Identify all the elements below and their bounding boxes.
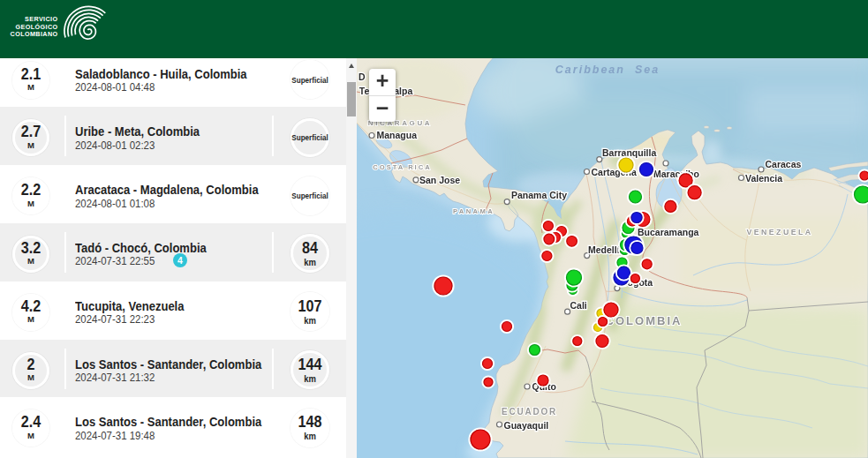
svg-text:Cali: Cali bbox=[570, 300, 587, 311]
svg-text:Panama City: Panama City bbox=[511, 190, 567, 200]
svg-text:ECUADOR: ECUADOR bbox=[502, 407, 557, 417]
svg-text:Guayaquil: Guayaquil bbox=[504, 420, 549, 431]
svg-text:Caribbean Sea: Caribbean Sea bbox=[555, 64, 660, 76]
svg-text:COSTA RICA: COSTA RICA bbox=[373, 163, 431, 171]
svg-text:PANAMA: PANAMA bbox=[453, 207, 494, 215]
svg-text:Caracas: Caracas bbox=[766, 159, 802, 169]
svg-text:Valencia: Valencia bbox=[745, 173, 782, 184]
svg-text:San Jose: San Jose bbox=[419, 175, 460, 185]
svg-text:VENEZUELA: VENEZUELA bbox=[747, 228, 813, 237]
svg-text:Bucaramanga: Bucaramanga bbox=[638, 227, 699, 237]
svg-text:COLOMBIANO: COLOMBIANO bbox=[11, 30, 58, 38]
svg-text:D: D bbox=[359, 71, 366, 82]
svg-text:Managua: Managua bbox=[377, 130, 418, 140]
